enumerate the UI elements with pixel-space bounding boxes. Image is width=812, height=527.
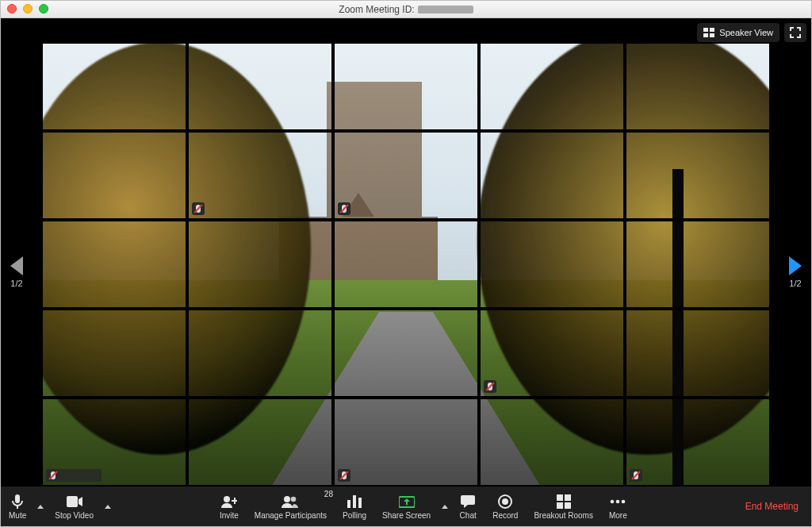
svg-rect-14 <box>565 494 571 501</box>
participant-tile[interactable] <box>625 42 771 131</box>
svg-point-19 <box>622 499 626 503</box>
mute-button[interactable]: Mute <box>1 487 34 526</box>
participant-tile[interactable] <box>333 398 479 487</box>
svg-point-5 <box>284 496 290 502</box>
participant-tile[interactable] <box>333 309 479 398</box>
meeting-id-masked <box>418 6 473 13</box>
svg-rect-3 <box>710 33 714 37</box>
participant-tile[interactable] <box>187 309 333 398</box>
participant-tile[interactable] <box>41 42 187 131</box>
svg-rect-7 <box>347 500 350 508</box>
polling-icon <box>346 494 363 510</box>
speaker-view-label: Speaker View <box>719 28 773 37</box>
participant-tile[interactable] <box>479 398 625 487</box>
svg-rect-1 <box>710 28 714 32</box>
mute-label: Mute <box>9 511 26 520</box>
breakout-rooms-button[interactable]: Breakout Rooms <box>526 487 600 526</box>
window-title: Zoom Meeting ID: <box>339 4 473 15</box>
participant-tile[interactable] <box>625 220 771 309</box>
svg-point-18 <box>616 499 620 503</box>
speaker-view-button[interactable]: Speaker View <box>697 23 779 42</box>
invite-button[interactable]: Invite <box>212 487 247 526</box>
share-options-caret[interactable] <box>439 487 451 526</box>
participant-tile[interactable] <box>625 309 771 398</box>
participant-tile[interactable] <box>479 131 625 220</box>
more-icon <box>609 494 626 510</box>
share-screen-icon <box>398 494 416 510</box>
invite-label: Invite <box>220 511 239 520</box>
breakout-rooms-icon <box>555 494 573 510</box>
polling-label: Polling <box>343 511 366 520</box>
svg-rect-9 <box>358 498 362 508</box>
participant-tile[interactable] <box>479 42 625 131</box>
window-controls <box>7 4 48 13</box>
app-window: Zoom Meeting ID: Speaker View 1/2 1/2 <box>0 0 812 527</box>
fullscreen-icon <box>790 27 801 38</box>
fullscreen-button[interactable] <box>784 23 806 42</box>
title-prefix: Zoom Meeting ID: <box>339 4 414 15</box>
muted-icon <box>630 469 642 482</box>
participant-tile[interactable] <box>41 309 187 398</box>
svg-rect-8 <box>353 495 356 508</box>
meeting-content: Speaker View 1/2 1/2 <box>1 18 811 526</box>
svg-point-6 <box>291 496 297 502</box>
polling-button[interactable]: Polling <box>335 487 374 526</box>
chat-label: Chat <box>460 511 477 520</box>
manage-participants-button[interactable]: 28 Manage Participants <box>247 487 335 526</box>
svg-rect-0 <box>703 28 708 32</box>
gallery-stage <box>1 42 811 487</box>
participant-tile[interactable] <box>333 220 479 309</box>
share-screen-label: Share Screen <box>382 511 431 520</box>
audio-options-caret[interactable] <box>34 487 47 526</box>
minimize-window-button[interactable] <box>23 4 33 13</box>
gallery-grid <box>41 42 771 487</box>
svg-rect-15 <box>557 502 563 509</box>
svg-rect-16 <box>565 502 571 509</box>
muted-icon <box>484 380 496 393</box>
svg-rect-2 <box>703 33 708 37</box>
svg-point-4 <box>224 496 230 502</box>
gallery-icon <box>703 28 714 37</box>
participant-tile[interactable] <box>187 220 333 309</box>
video-options-caret[interactable] <box>102 487 114 526</box>
view-controls: Speaker View <box>697 23 806 42</box>
end-meeting-button[interactable]: End Meeting <box>733 487 811 526</box>
participant-tile[interactable] <box>41 131 187 220</box>
titlebar: Zoom Meeting ID: <box>1 1 811 18</box>
end-meeting-label: End Meeting <box>745 501 799 512</box>
chat-icon <box>459 494 477 510</box>
participant-tile[interactable] <box>479 309 625 398</box>
participant-tile[interactable] <box>187 131 333 220</box>
invite-icon <box>220 494 238 510</box>
stop-video-button[interactable]: Stop Video <box>47 487 102 526</box>
muted-icon <box>338 202 350 215</box>
share-screen-button[interactable]: Share Screen <box>374 487 439 526</box>
participant-tile[interactable] <box>625 131 771 220</box>
manage-participants-label: Manage Participants <box>255 511 327 520</box>
video-icon <box>66 494 83 510</box>
stop-video-label: Stop Video <box>55 511 94 520</box>
breakout-rooms-label: Breakout Rooms <box>534 511 592 520</box>
participant-tile[interactable] <box>625 398 771 487</box>
participant-tile[interactable] <box>333 131 479 220</box>
participant-tile[interactable] <box>333 42 479 131</box>
svg-point-17 <box>611 499 615 503</box>
close-window-button[interactable] <box>7 4 17 13</box>
microphone-icon <box>9 494 26 510</box>
more-button[interactable]: More <box>601 487 635 526</box>
muted-icon <box>338 469 350 482</box>
participants-count: 28 <box>324 490 333 498</box>
zoom-window-button[interactable] <box>39 4 48 13</box>
participant-tile[interactable] <box>41 398 187 487</box>
record-button[interactable]: Record <box>485 487 526 526</box>
record-icon <box>496 494 514 510</box>
muted-icon <box>47 469 59 482</box>
participant-tile[interactable] <box>187 398 333 487</box>
participant-tile[interactable] <box>479 220 625 309</box>
chat-button[interactable]: Chat <box>451 487 485 526</box>
more-label: More <box>609 511 627 520</box>
record-label: Record <box>492 511 518 520</box>
participant-tile[interactable] <box>41 220 187 309</box>
participant-tile[interactable] <box>187 42 333 131</box>
svg-point-12 <box>502 498 508 505</box>
